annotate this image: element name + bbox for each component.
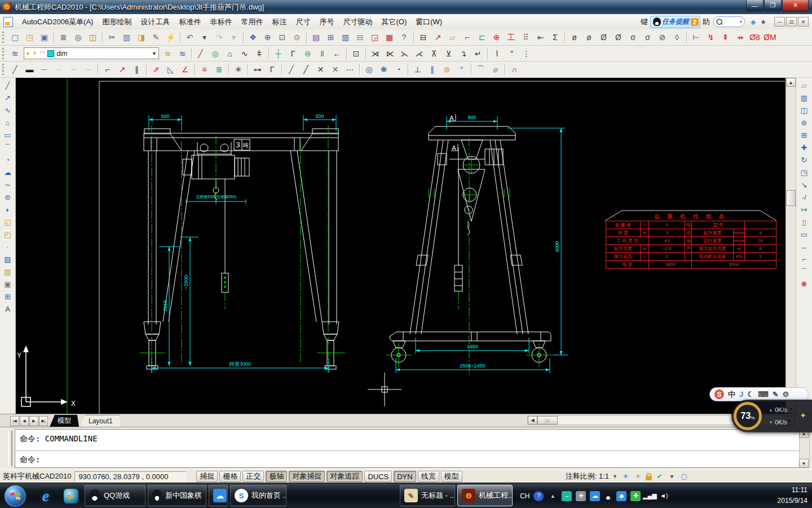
parallel-lines-icon[interactable]: ∥: [425, 63, 439, 76]
publish-icon[interactable]: ◫: [86, 31, 100, 44]
block-editor-icon[interactable]: ⚡: [164, 31, 178, 44]
menu-annotate[interactable]: 标注: [267, 15, 291, 29]
arc-angle-icon[interactable]: ⌒: [474, 63, 488, 76]
taskbtn-weiyun[interactable]: ☁: [209, 485, 228, 506]
fillet-icon[interactable]: ⌒: [798, 266, 810, 278]
qq-tray-icon[interactable]: [604, 491, 612, 501]
title-block-icon[interactable]: ⊟: [416, 31, 430, 44]
layer-previous-icon[interactable]: ≋: [161, 47, 175, 60]
polar-toggle[interactable]: 极轴: [266, 471, 287, 482]
start-button[interactable]: [5, 485, 26, 507]
communication-center-icon[interactable]: ◈: [751, 18, 756, 26]
span-dim-icon[interactable]: ⇤: [533, 31, 548, 44]
status-check-icon[interactable]: ✔: [655, 472, 664, 481]
vertical-scroll-thumb[interactable]: [786, 190, 796, 206]
dyn-toggle[interactable]: DYN: [394, 471, 416, 482]
perpendicular-icon[interactable]: ⊥: [411, 63, 425, 76]
dim-diameter-3-icon[interactable]: Ø: [597, 31, 611, 44]
region-icon[interactable]: ▣: [2, 278, 14, 290]
diag-line-2-icon[interactable]: ╱: [299, 63, 313, 76]
star-point-icon[interactable]: ✳: [231, 63, 245, 76]
input-helper-tray-icon[interactable]: ?: [533, 491, 544, 501]
menu-standard-parts[interactable]: 标准件: [174, 15, 205, 29]
red-leader-icon[interactable]: ↗: [431, 31, 445, 44]
dim-diameter-5-icon[interactable]: σ: [626, 31, 640, 44]
open-file-icon[interactable]: ◳: [23, 31, 37, 44]
cyan-dash-icon[interactable]: ┄: [81, 63, 95, 76]
pie-circle-icon[interactable]: ◔: [391, 63, 405, 76]
no-entity-icon[interactable]: ⌀: [488, 63, 502, 76]
markup-set-icon[interactable]: ◲: [368, 31, 382, 44]
toolbox-icon[interactable]: ⚙: [783, 391, 789, 398]
cross-x2-icon[interactable]: ✕: [328, 63, 342, 76]
status-caret-icon[interactable]: ▾: [667, 472, 677, 481]
corner-circle-icon[interactable]: Γ: [265, 63, 279, 76]
sheet-frame-icon[interactable]: ▱: [445, 31, 460, 44]
polyline-icon[interactable]: ∿: [2, 104, 14, 116]
zoom-previous-icon[interactable]: ⊙: [290, 31, 304, 44]
concentric-circles-icon[interactable]: ◎: [208, 47, 222, 60]
arrow-left-icon[interactable]: ←: [330, 47, 344, 60]
wavy-line-icon[interactable]: ∿: [237, 47, 251, 60]
polyline-arrow-icon[interactable]: ⇗: [149, 63, 163, 76]
plot-icon[interactable]: ≣: [56, 31, 70, 44]
lineweight-toggle[interactable]: 线宽: [418, 471, 439, 482]
tab-next-button[interactable]: ▶: [29, 416, 38, 426]
ortho-toggle[interactable]: 正交: [242, 471, 264, 482]
green-ellipse-icon[interactable]: ⊜: [301, 47, 315, 60]
volume-tray-icon[interactable]: ◄): [659, 491, 669, 501]
mirror-icon[interactable]: ◫: [798, 104, 810, 116]
osnap-toggle[interactable]: 对象捕捉: [289, 471, 325, 482]
language-indicator[interactable]: CH: [520, 492, 529, 500]
layer-properties-icon[interactable]: ≋: [8, 47, 22, 60]
quickcalc-icon[interactable]: ▦: [382, 31, 396, 44]
ellipse-icon[interactable]: ⊜: [2, 191, 14, 203]
trim-icon[interactable]: -/: [798, 191, 810, 203]
center-line-icon[interactable]: ǂ: [252, 47, 266, 60]
mdi-minimize-button[interactable]: —: [774, 17, 785, 27]
stretch-icon[interactable]: ↘: [798, 179, 810, 191]
thick-line-icon[interactable]: ▬: [23, 63, 37, 76]
properties-icon[interactable]: ▤: [309, 31, 323, 44]
viewport-rect-icon[interactable]: ⊡: [349, 47, 363, 60]
viewport-tool-icon[interactable]: ⊏: [475, 31, 489, 44]
network-signal-tray-icon[interactable]: ▂▄▆: [645, 491, 655, 501]
corner-trim-5-icon[interactable]: ⊼: [427, 47, 441, 60]
cut-icon[interactable]: ✂: [105, 31, 119, 44]
sum-icon[interactable]: Σ: [548, 31, 562, 44]
favorites-star-icon[interactable]: ★: [760, 18, 766, 26]
point-icon[interactable]: ∙: [2, 241, 14, 253]
toolbar-grip[interactable]: [2, 64, 6, 75]
spline-icon[interactable]: ∼: [2, 179, 14, 191]
dim-diameter-6-icon[interactable]: σ: [641, 31, 655, 44]
dim-diameter-8-icon[interactable]: ◊: [670, 31, 684, 44]
coordinate-readout[interactable]: 930.0760, 28.0379 , 0.0000: [74, 471, 186, 482]
blue-wedge-icon[interactable]: ◺: [164, 63, 178, 76]
small-circle-icon[interactable]: °: [454, 63, 469, 76]
hatch-icon[interactable]: ▨: [2, 253, 14, 265]
menu-design-tools[interactable]: 设计工具: [136, 15, 174, 29]
antivirus-tray-icon[interactable]: ✚: [630, 491, 641, 501]
dim-continue-icon[interactable]: ⇸: [733, 31, 747, 44]
circle-icon[interactable]: ◔: [2, 154, 14, 166]
dim-diameter-7-icon[interactable]: ⊘: [655, 31, 669, 44]
search-input[interactable]: ▾: [713, 16, 745, 27]
tab-first-button[interactable]: |◀: [10, 416, 19, 426]
toolbar-grip[interactable]: [2, 48, 6, 59]
plot-preview-icon[interactable]: ◎: [71, 31, 85, 44]
multiline-text-icon[interactable]: A: [2, 303, 14, 315]
ducs-toggle[interactable]: DUCS: [364, 471, 392, 482]
tab-last-button[interactable]: ▶|: [39, 416, 48, 426]
osnap-magnet-icon[interactable]: ∩: [508, 63, 522, 76]
tool-palettes-icon[interactable]: ▥: [338, 31, 352, 44]
task-reminder-popup[interactable]: 任务提醒 2: [650, 16, 700, 28]
sogou-logo-icon[interactable]: S: [714, 389, 724, 399]
undo-icon[interactable]: ↶: [183, 31, 197, 44]
red-line-icon[interactable]: ─: [37, 63, 51, 76]
sheetset-manager-icon[interactable]: ⊟: [353, 31, 367, 44]
ellipse-arc-icon[interactable]: ◗: [2, 204, 14, 216]
make-block-icon[interactable]: ◰: [2, 229, 14, 240]
save-icon[interactable]: ▣: [37, 31, 51, 44]
help-icon[interactable]: ?: [397, 31, 411, 44]
array-icon[interactable]: ⊞: [798, 129, 810, 141]
